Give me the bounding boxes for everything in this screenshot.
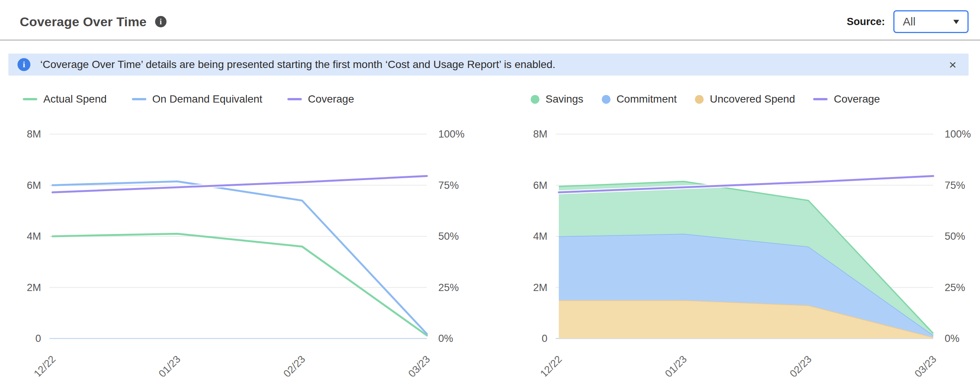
series-on-demand-equivalent	[52, 181, 427, 334]
banner-info-icon: i	[18, 58, 30, 71]
coverage-swatch-icon	[287, 98, 302, 100]
info-icon[interactable]: i	[155, 16, 167, 27]
x-axis-label: 02/23	[788, 353, 814, 376]
right-axis-tick: 75%	[438, 180, 459, 191]
right-axis-tick: 75%	[945, 180, 965, 191]
left-axis-tick: 8M	[533, 129, 547, 140]
right-axis-tick: 0%	[945, 333, 959, 344]
legend-item-coverage[interactable]: Coverage	[287, 93, 354, 105]
legend-label: Savings	[546, 93, 584, 105]
right-axis-tick: 25%	[438, 282, 459, 293]
legend-label: Coverage	[308, 93, 354, 105]
legend-item-uncovered-spend[interactable]: Uncovered Spend	[695, 93, 795, 105]
legend-label: Coverage	[834, 93, 880, 105]
legend-label: On Demand Equivalent	[153, 93, 262, 105]
commitment-swatch-icon	[602, 95, 611, 104]
left-axis-tick: 6M	[27, 180, 41, 191]
legend-item-savings[interactable]: Savings	[531, 93, 584, 105]
legend-item-commitment[interactable]: Commitment	[602, 93, 677, 105]
legend-label: Commitment	[617, 93, 677, 105]
info-banner: i ‘Coverage Over Time’ details are being…	[8, 54, 969, 76]
savings-swatch-icon	[531, 95, 539, 104]
panel-header-right: Source: All ▼	[846, 10, 969, 33]
x-axis-label: 12/22	[32, 353, 58, 376]
x-axis-label: 01/23	[157, 353, 183, 376]
legend-item-actual-spend[interactable]: Actual Spend	[23, 93, 107, 105]
source-dropdown-value: All	[903, 15, 915, 28]
spend-coverage-line-chart: Actual SpendOn Demand EquivalentCoverage…	[11, 91, 482, 376]
info-icon-glyph: i	[160, 17, 162, 26]
x-axis-label: 02/23	[281, 353, 307, 376]
banner-text: ‘Coverage Over Time’ details are being p…	[40, 59, 555, 71]
legend-item-on-demand-equivalent[interactable]: On Demand Equivalent	[132, 93, 262, 105]
left-axis-tick: 8M	[27, 129, 41, 140]
legend-label: Actual Spend	[43, 93, 107, 105]
line-chart-legend: Actual SpendOn Demand EquivalentCoverage	[11, 91, 482, 108]
panel-header: Coverage Over Time i Source: All ▼	[0, 0, 980, 41]
series-actual-spend	[52, 234, 427, 335]
legend-item-coverage[interactable]: Coverage	[813, 93, 880, 105]
x-axis-label: 12/22	[538, 353, 564, 376]
x-axis-label: 01/23	[663, 353, 689, 376]
left-axis-tick: 4M	[27, 230, 41, 242]
line-chart-svg: 8M100%6M75%4M50%2M25%00%12/2201/2302/230…	[11, 111, 482, 376]
area-chart-svg: 8M100%6M75%4M50%2M25%00%12/2201/2302/230…	[517, 111, 980, 376]
source-dropdown[interactable]: All ▼	[893, 10, 969, 33]
left-axis-tick: 0	[35, 333, 41, 344]
right-axis-tick: 0%	[438, 333, 453, 344]
uncovered-spend-swatch-icon	[695, 95, 704, 104]
x-axis-label: 03/23	[912, 353, 939, 376]
on-demand-equivalent-swatch-icon	[132, 98, 146, 100]
actual-spend-swatch-icon	[23, 98, 37, 100]
right-axis-tick: 100%	[945, 129, 971, 140]
area-chart-legend: SavingsCommitmentUncovered SpendCoverage	[517, 91, 980, 108]
page-title: Coverage Over Time	[20, 14, 147, 29]
banner-info-icon-glyph: i	[23, 60, 25, 70]
left-axis-tick: 4M	[533, 230, 547, 242]
left-axis-tick: 6M	[533, 180, 547, 191]
right-axis-tick: 25%	[945, 282, 965, 293]
savings-stacked-area-chart: SavingsCommitmentUncovered SpendCoverage…	[517, 91, 980, 376]
left-axis-tick: 2M	[27, 282, 41, 293]
coverage-over-time-panel: Coverage Over Time i Source: All ▼ i ‘Co…	[0, 0, 980, 386]
right-axis-tick: 50%	[945, 230, 965, 242]
left-axis-tick: 2M	[533, 282, 547, 293]
charts-row: Actual SpendOn Demand EquivalentCoverage…	[0, 76, 980, 376]
close-icon[interactable]: ×	[947, 57, 959, 73]
x-axis-label: 03/23	[406, 353, 432, 376]
left-axis-tick: 0	[542, 333, 547, 344]
chevron-down-icon: ▼	[951, 17, 961, 26]
coverage-swatch-icon	[813, 98, 827, 100]
right-axis-tick: 100%	[438, 129, 465, 140]
right-axis-tick: 50%	[438, 230, 459, 242]
legend-label: Uncovered Spend	[710, 93, 795, 105]
source-label: Source:	[846, 16, 885, 28]
panel-header-left: Coverage Over Time i	[20, 14, 167, 29]
